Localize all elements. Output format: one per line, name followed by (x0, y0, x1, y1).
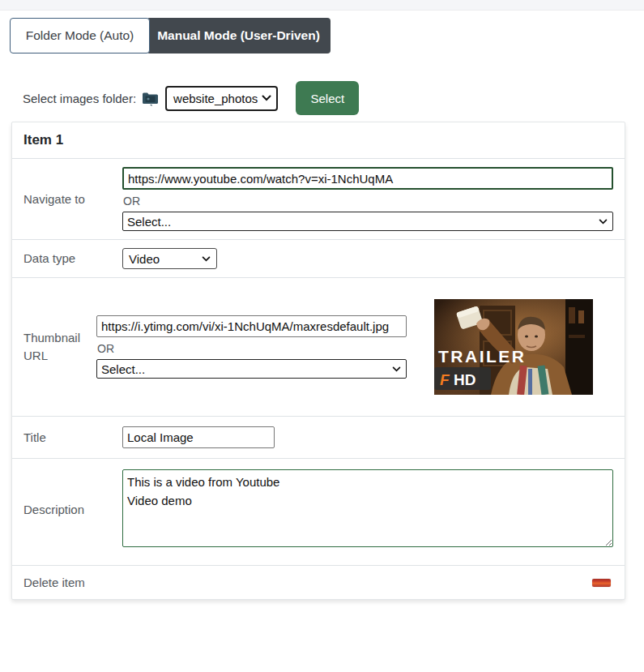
images-folder-select[interactable]: website_photos (165, 86, 278, 111)
tab-folder-mode[interactable]: Folder Mode (Auto) (10, 18, 150, 54)
overlay-hd-text: HD (454, 371, 476, 388)
delete-item-row: Delete item (12, 566, 625, 599)
tab-manual-mode[interactable]: Manual Mode (User-Driven) (147, 18, 331, 54)
navigate-page-select[interactable]: Select... (122, 212, 613, 231)
title-input[interactable] (122, 426, 275, 448)
video-thumbnail-preview: TRAILER F HD (434, 299, 593, 395)
remove-item-icon[interactable] (592, 579, 611, 587)
folder-select-label: Select images folder: (23, 92, 136, 105)
data-type-row: Data type Video (12, 240, 625, 278)
data-type-selected-value: Video (129, 252, 202, 266)
chevron-down-icon (392, 366, 401, 372)
chevron-down-icon (599, 219, 608, 225)
description-label: Description (23, 501, 122, 519)
navigate-url-input[interactable] (122, 167, 613, 190)
thumbnail-or-text: OR (97, 342, 407, 355)
folder-select-row: Select images folder: website_photos Sel… (23, 81, 644, 115)
description-textarea[interactable]: This is a video from Youtube Video demo (122, 469, 613, 547)
navigate-to-row: Navigate to OR Select... (12, 159, 625, 240)
item-card: Item 1 Navigate to OR Select... Data typ… (11, 122, 625, 600)
navigate-select-value: Select... (127, 215, 599, 229)
overlay-logo-f: F (440, 371, 450, 388)
data-type-label: Data type (23, 250, 122, 268)
thumbnail-image-select[interactable]: Select... (96, 359, 407, 379)
tab-manual-mode-label: Manual Mode (User-Driven) (157, 28, 320, 43)
item-header: Item 1 (12, 122, 625, 159)
tab-folder-mode-label: Folder Mode (Auto) (26, 28, 134, 43)
chevron-down-icon (202, 256, 211, 262)
select-folder-button[interactable]: Select (296, 81, 359, 115)
thumbnail-illustration: TRAILER F HD (434, 299, 593, 395)
data-type-select[interactable]: Video (122, 248, 217, 269)
folder-icon (142, 91, 159, 106)
navigate-or-text: OR (123, 195, 613, 208)
title-label: Title (23, 429, 122, 447)
mode-tabs: Folder Mode (Auto) Manual Mode (User-Dri… (10, 18, 644, 54)
thumbnail-select-value: Select... (101, 362, 392, 376)
thumbnail-url-input[interactable] (96, 315, 407, 337)
chevron-down-icon (262, 95, 271, 101)
overlay-trailer-text: TRAILER (438, 347, 527, 366)
title-row: Title (12, 417, 625, 459)
delete-item-label: Delete item (23, 576, 85, 589)
hd-badge: F HD (434, 367, 491, 390)
images-folder-selected-value: website_photos (173, 92, 258, 105)
thumbnail-url-label: Thumbnail URL (23, 329, 96, 365)
thumbnail-url-row: Thumbnail URL OR Select... (12, 278, 625, 417)
navigate-to-label: Navigate to (23, 190, 122, 208)
top-strip (0, 0, 644, 11)
description-row: Description This is a video from Youtube… (12, 459, 625, 566)
